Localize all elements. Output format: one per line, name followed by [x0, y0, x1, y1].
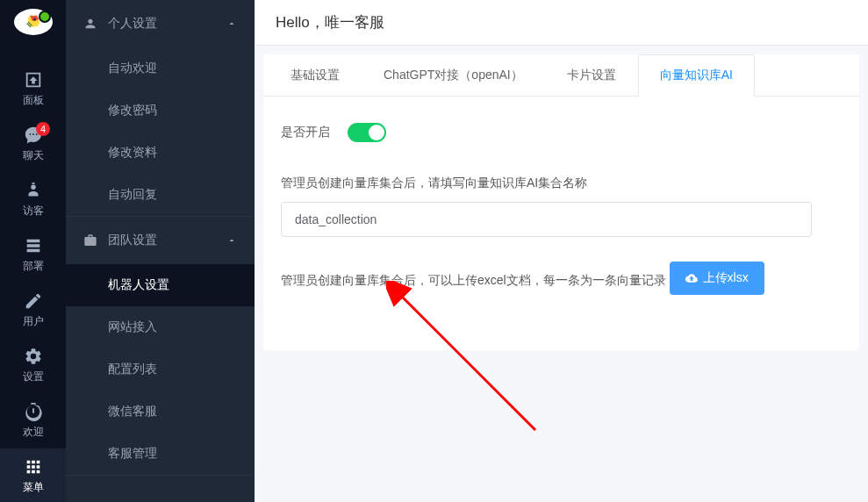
page-title: Hello，唯一客服 [255, 0, 868, 46]
sidebar-item-config-list[interactable]: 配置列表 [66, 348, 255, 391]
user-icon [83, 17, 97, 31]
nav-deploy[interactable]: 部署 [0, 227, 66, 283]
svg-point-1 [33, 18, 36, 21]
nav-panel[interactable]: 面板 [0, 61, 66, 117]
nav-menu[interactable]: 菜单 [0, 448, 66, 502]
tab-card-settings[interactable]: 卡片设置 [545, 54, 638, 97]
collection-label: 管理员创建向量库集合后，请填写向量知识库AI集合名称 [281, 176, 587, 191]
enable-toggle[interactable] [348, 123, 386, 142]
chevron-up-icon [226, 235, 237, 246]
sidebar-item-auto-reply[interactable]: 自动回复 [66, 174, 255, 216]
collection-input[interactable] [281, 202, 812, 237]
grid-icon [24, 457, 43, 477]
sidebar-item-robot-settings[interactable]: 机器人设置 [66, 264, 255, 306]
tab-chatgpt[interactable]: ChatGPT对接（openAI） [362, 54, 545, 97]
sidebar-item-wechat-service[interactable]: 微信客服 [66, 391, 255, 433]
user-edit-icon [24, 291, 43, 311]
main-content: Hello，唯一客服 基础设置 ChatGPT对接（openAI） 卡片设置 向… [255, 0, 868, 502]
gear-icon [24, 347, 43, 366]
nav-settings[interactable]: 设置 [0, 338, 66, 393]
sidebar-item-service-manage[interactable]: 客服管理 [66, 433, 255, 475]
briefcase-icon [83, 233, 97, 247]
sidebar-section-personal[interactable]: 个人设置 [66, 0, 255, 47]
nav-visitor[interactable]: 访客 [0, 172, 66, 227]
sidebar-item-website-access[interactable]: 网站接入 [66, 306, 255, 348]
upload-label: 管理员创建向量库集合后，可以上传excel文档，每一条为一条向量记录 [281, 273, 666, 289]
stopwatch-icon [24, 402, 43, 421]
deploy-icon [24, 236, 43, 255]
tab-vector-kb[interactable]: 向量知识库AI [638, 54, 755, 97]
enable-label: 是否开启 [281, 125, 330, 140]
upload-button[interactable]: 上传xlsx [670, 262, 764, 295]
chevron-up-icon [226, 18, 237, 29]
tabs: 基础设置 ChatGPT对接（openAI） 卡片设置 向量知识库AI [263, 54, 859, 97]
sidebar-item-edit-profile[interactable]: 修改资料 [66, 132, 255, 174]
nav-chat[interactable]: 聊天 4 [0, 117, 66, 172]
sidebar-item-auto-welcome[interactable]: 自动欢迎 [66, 47, 255, 90]
sidebar-section-team[interactable]: 团队设置 [66, 217, 255, 264]
cloud-upload-icon [685, 272, 698, 284]
sidebar-item-change-password[interactable]: 修改密码 [66, 90, 255, 132]
visitor-icon [24, 181, 43, 200]
nav-rail: 面板 聊天 4 访客 部署 用户 设置 欢迎 菜单 [0, 0, 66, 502]
nav-welcome[interactable]: 欢迎 [0, 393, 66, 448]
nav-user[interactable]: 用户 [0, 283, 66, 338]
chat-badge: 4 [36, 122, 50, 136]
logo-avatar[interactable] [14, 9, 53, 35]
tab-basic-settings[interactable]: 基础设置 [269, 54, 362, 97]
dashboard-icon [24, 70, 43, 90]
sidebar: 个人设置 自动欢迎 修改密码 修改资料 自动回复 团队设置 机器人设置 网站接入… [66, 0, 255, 502]
